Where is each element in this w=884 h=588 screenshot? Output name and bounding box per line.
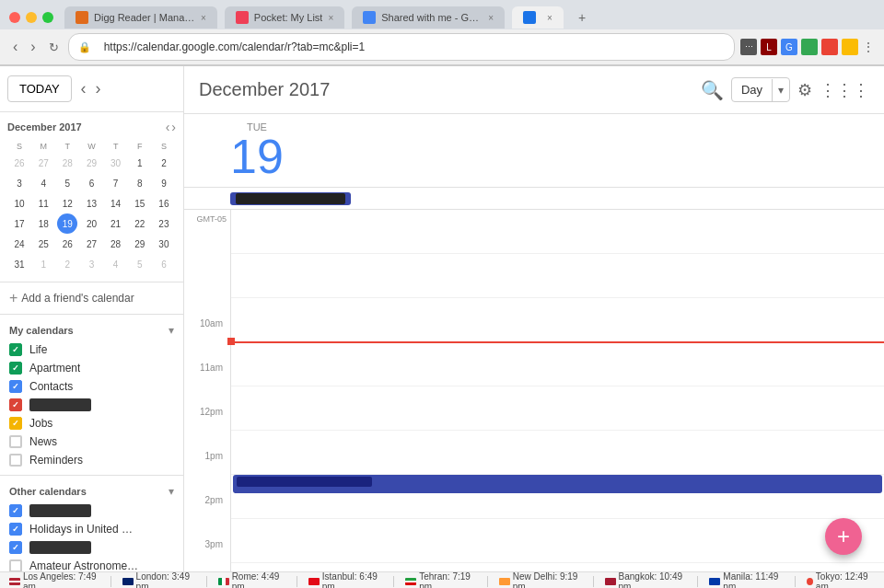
mini-day-1[interactable]: 1	[130, 153, 150, 173]
cal-checkbox-holidays[interactable]: ✓	[9, 523, 22, 536]
mini-day-8[interactable]: 8	[130, 173, 150, 193]
mini-day-12[interactable]: 12	[57, 193, 77, 213]
cal-item-holidays[interactable]: ✓ Holidays in United States	[0, 520, 183, 538]
mini-day-31[interactable]: 31	[9, 254, 29, 274]
reload-button[interactable]: ↻	[45, 39, 63, 56]
mini-day-28b[interactable]: 28	[106, 234, 126, 254]
mini-day-4[interactable]: 4	[33, 173, 53, 193]
cal-checkbox-reminders[interactable]	[9, 454, 22, 467]
all-day-event[interactable]	[230, 192, 351, 205]
mini-day-27b[interactable]: 27	[81, 234, 101, 254]
mini-prev-button[interactable]: ‹	[166, 120, 170, 134]
new-tab-button[interactable]: +	[571, 6, 593, 29]
next-month-button[interactable]: ›	[92, 77, 105, 100]
view-dropdown-icon[interactable]: ▾	[772, 79, 789, 101]
other-calendars-header[interactable]: Other calendars ▾	[0, 481, 183, 502]
settings-button[interactable]: ⚙	[797, 80, 812, 100]
mini-day-28a[interactable]: 28	[57, 153, 77, 173]
mini-day-22[interactable]: 22	[130, 213, 150, 234]
tab-digg-close[interactable]: ×	[201, 13, 206, 23]
cal-item-jobs[interactable]: ✓ Jobs	[0, 414, 183, 432]
mini-day-29a[interactable]: 29	[81, 153, 101, 173]
close-button[interactable]	[9, 12, 20, 23]
cal-item-apartment[interactable]: ✓ Apartment	[0, 359, 183, 377]
mini-day-5[interactable]: 5	[57, 173, 77, 193]
add-friend-button[interactable]: + Add a friend's calendar	[0, 282, 183, 314]
tab-pocket-close[interactable]: ×	[328, 13, 333, 23]
create-event-fab[interactable]: +	[825, 518, 862, 555]
minimize-button[interactable]	[26, 12, 37, 23]
mini-day-24[interactable]: 24	[9, 234, 29, 254]
cal-checkbox-jobs[interactable]: ✓	[9, 417, 22, 430]
cal-item-news[interactable]: News	[0, 432, 183, 451]
prev-month-button[interactable]: ‹	[77, 77, 90, 100]
extension2-icon[interactable]	[821, 39, 838, 55]
mini-day-20[interactable]: 20	[81, 213, 101, 234]
mini-day-26a[interactable]: 26	[9, 153, 29, 173]
mini-day-9[interactable]: 9	[154, 173, 174, 193]
tab-pocket[interactable]: Pocket: My List ×	[225, 6, 344, 29]
cal-item-redacted1[interactable]: ✓	[0, 396, 183, 414]
cal-item-other-redacted2[interactable]: ✓	[0, 538, 183, 557]
mini-day-14[interactable]: 14	[106, 193, 126, 213]
maximize-button[interactable]	[42, 12, 53, 23]
mini-day-30a[interactable]: 30	[106, 153, 126, 173]
tab-drive-close[interactable]: ×	[488, 13, 494, 23]
mini-day-15[interactable]: 15	[130, 193, 150, 213]
mini-day-25[interactable]: 25	[33, 234, 53, 254]
cal-item-contacts[interactable]: ✓ Contacts	[0, 377, 183, 396]
mini-day-23[interactable]: 23	[154, 213, 174, 234]
mini-day-2[interactable]: 2	[154, 153, 174, 173]
cal-item-life[interactable]: ✓ Life	[0, 340, 183, 359]
cal-checkbox-apartment[interactable]: ✓	[9, 362, 22, 375]
today-button[interactable]: TODAY	[7, 75, 72, 102]
tab-calendar-close[interactable]: ×	[547, 13, 552, 23]
mini-day-5b[interactable]: 5	[130, 254, 150, 274]
extension3-icon[interactable]	[842, 39, 858, 55]
extension1-icon[interactable]	[801, 39, 818, 55]
mini-next-button[interactable]: ›	[171, 120, 176, 134]
back-button[interactable]: ‹	[9, 37, 21, 57]
forward-button[interactable]: ›	[27, 37, 39, 57]
mini-day-19[interactable]: 19	[57, 213, 77, 234]
mini-day-17[interactable]: 17	[9, 213, 29, 234]
bookmarks-icon[interactable]: ⋯	[740, 39, 757, 55]
cal-checkbox-news[interactable]	[9, 435, 22, 448]
tab-digg[interactable]: Digg Reader | Manage and Re... ×	[64, 6, 217, 29]
mini-day-10[interactable]: 10	[9, 193, 29, 213]
mini-day-3b[interactable]: 3	[81, 254, 101, 274]
cal-checkbox-life[interactable]: ✓	[9, 343, 22, 356]
mini-day-30b[interactable]: 30	[154, 234, 174, 254]
mini-day-7[interactable]: 7	[106, 173, 126, 193]
event-2pm[interactable]	[233, 475, 882, 493]
grid-apps-button[interactable]: ⋮⋮⋮	[820, 80, 869, 100]
chrome-icon[interactable]: G	[781, 39, 797, 55]
more-button[interactable]: ⋮	[862, 40, 875, 54]
mini-day-2b[interactable]: 2	[57, 254, 77, 274]
mini-day-27a[interactable]: 27	[33, 153, 53, 173]
cal-checkbox-redacted1[interactable]: ✓	[9, 398, 22, 411]
mini-day-1b[interactable]: 1	[33, 254, 53, 274]
search-button[interactable]: 🔍	[701, 79, 724, 101]
mini-day-4b[interactable]: 4	[106, 254, 126, 274]
cal-item-other-redacted1[interactable]: ✓	[0, 502, 183, 520]
cal-item-amateur[interactable]: Amateur Astronomers As...	[0, 557, 183, 571]
mini-day-16[interactable]: 16	[154, 193, 174, 213]
cal-checkbox-amateur[interactable]	[9, 559, 22, 571]
cal-item-reminders[interactable]: Reminders	[0, 451, 183, 469]
my-calendars-header[interactable]: My calendars ▾	[0, 320, 183, 340]
mini-day-6[interactable]: 6	[81, 173, 101, 193]
day-column[interactable]: +	[230, 210, 884, 571]
cal-checkbox-other1[interactable]: ✓	[9, 504, 22, 517]
mini-day-26b[interactable]: 26	[57, 234, 77, 254]
tab-drive[interactable]: Shared with me - Google Drive ×	[352, 6, 505, 29]
mini-day-21[interactable]: 21	[106, 213, 126, 234]
mini-day-18[interactable]: 18	[33, 213, 53, 234]
lastpass-icon[interactable]: L	[761, 39, 777, 55]
mini-day-13[interactable]: 13	[81, 193, 101, 213]
mini-day-6b[interactable]: 6	[154, 254, 174, 274]
tab-calendar[interactable]: ×	[512, 6, 564, 29]
mini-day-11[interactable]: 11	[33, 193, 53, 213]
address-input[interactable]	[95, 37, 463, 57]
cal-checkbox-contacts[interactable]: ✓	[9, 380, 22, 393]
